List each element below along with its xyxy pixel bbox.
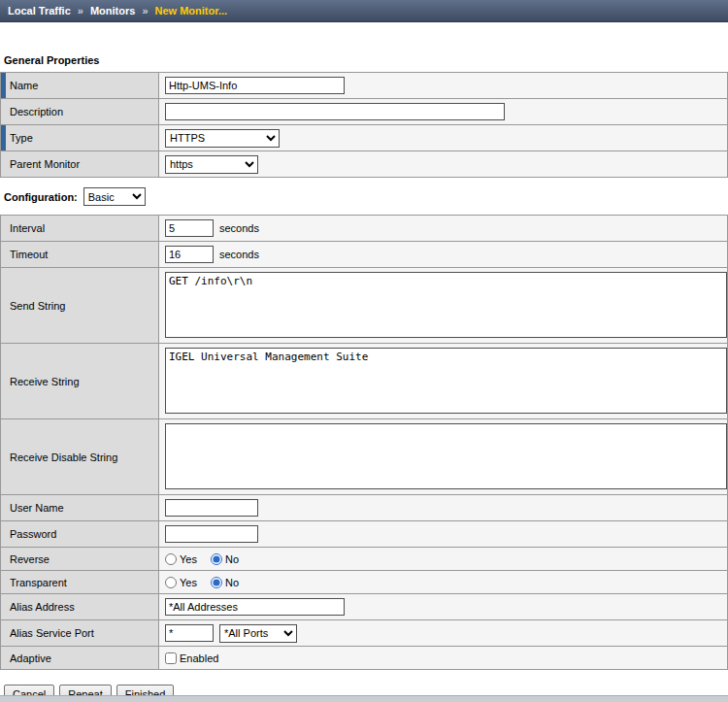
transparent-yes-label: Yes	[180, 577, 197, 588]
send-string-textarea[interactable]: GET /info\r\n	[165, 272, 727, 338]
transparent-no-label: No	[225, 577, 239, 588]
interval-input[interactable]	[165, 219, 214, 237]
interval-units-label: seconds	[219, 222, 259, 234]
alias-service-port-label: Alias Service Port	[10, 627, 94, 639]
breadcrumb-new-monitor: New Monitor...	[155, 5, 228, 17]
breadcrumb-separator: »	[142, 5, 148, 17]
password-input[interactable]	[165, 525, 258, 543]
description-input[interactable]	[165, 103, 505, 120]
required-marker-icon	[1, 73, 6, 98]
receive-disable-string-row: Receive Disable String	[1, 419, 727, 495]
reverse-no-label: No	[225, 553, 239, 565]
alias-service-port-select[interactable]: *All Ports	[219, 624, 297, 643]
description-row: Description	[1, 99, 727, 125]
reverse-row: Reverse Yes No	[1, 548, 727, 571]
adaptive-label: Adaptive	[10, 652, 51, 664]
configuration-table: Interval seconds Timeout seconds Send St…	[0, 215, 728, 670]
parent-monitor-select[interactable]: https	[165, 155, 258, 174]
interval-row: Interval seconds	[1, 216, 727, 242]
alias-address-input[interactable]	[165, 598, 345, 616]
transparent-no-radio[interactable]	[211, 577, 222, 588]
general-properties-table: Name Description Type HTTPS Parent Monit…	[0, 72, 728, 178]
reverse-label: Reverse	[10, 553, 50, 565]
parent-monitor-row: Parent Monitor https	[1, 151, 727, 178]
user-name-input[interactable]	[165, 499, 258, 517]
configuration-bar: Configuration: Basic	[4, 187, 728, 206]
adaptive-row: Adaptive Enabled	[1, 647, 727, 670]
name-row: Name	[1, 73, 727, 99]
parent-monitor-label: Parent Monitor	[10, 158, 80, 170]
breadcrumb-local-traffic[interactable]: Local Traffic	[8, 5, 71, 17]
timeout-label: Timeout	[10, 249, 48, 260]
breadcrumb-monitors[interactable]: Monitors	[90, 5, 135, 17]
receive-string-textarea[interactable]: IGEL Universal Management Suite	[165, 348, 727, 414]
name-input[interactable]	[165, 77, 345, 94]
password-label: Password	[10, 528, 56, 540]
description-label: Description	[10, 106, 63, 117]
type-select[interactable]: HTTPS	[165, 129, 280, 148]
reverse-no-radio[interactable]	[211, 553, 222, 565]
name-label-cell: Name	[1, 73, 159, 98]
transparent-row: Transparent Yes No	[1, 571, 727, 594]
configuration-select[interactable]: Basic	[83, 187, 146, 206]
transparent-yes-radio[interactable]	[165, 577, 177, 588]
reverse-yes-label: Yes	[180, 553, 197, 565]
reverse-yes-radio[interactable]	[165, 553, 177, 565]
alias-service-port-row: Alias Service Port *All Ports	[1, 620, 727, 647]
general-properties-title: General Properties	[4, 54, 728, 66]
receive-disable-string-textarea[interactable]	[165, 423, 727, 489]
timeout-input[interactable]	[165, 246, 214, 263]
alias-address-label: Alias Address	[10, 601, 75, 613]
receive-string-row: Receive String IGEL Universal Management…	[1, 344, 727, 419]
type-label-cell: Type	[1, 125, 159, 150]
transparent-label: Transparent	[10, 577, 67, 588]
password-row: Password	[1, 521, 727, 548]
alias-service-port-input[interactable]	[165, 624, 214, 642]
user-name-label: User Name	[10, 502, 64, 514]
send-string-row: Send String GET /info\r\n	[1, 268, 727, 344]
breadcrumb-separator: »	[78, 5, 83, 17]
configuration-label: Configuration:	[4, 191, 78, 203]
alias-address-row: Alias Address	[1, 594, 727, 620]
type-label: Type	[10, 132, 33, 144]
interval-label: Interval	[10, 222, 45, 234]
adaptive-enabled-label: Enabled	[180, 652, 218, 664]
timeout-units-label: seconds	[219, 249, 259, 260]
footer-bar	[0, 695, 728, 702]
breadcrumb: Local Traffic » Monitors » New Monitor..…	[0, 0, 728, 22]
send-string-label: Send String	[10, 300, 65, 312]
user-name-row: User Name	[1, 495, 727, 521]
adaptive-enabled-checkbox[interactable]	[165, 652, 177, 664]
receive-string-label: Receive String	[10, 376, 80, 387]
timeout-row: Timeout seconds	[1, 242, 727, 268]
type-row: Type HTTPS	[1, 125, 727, 151]
receive-disable-string-label: Receive Disable String	[10, 451, 117, 463]
required-marker-icon	[1, 125, 6, 150]
name-label: Name	[10, 80, 38, 91]
